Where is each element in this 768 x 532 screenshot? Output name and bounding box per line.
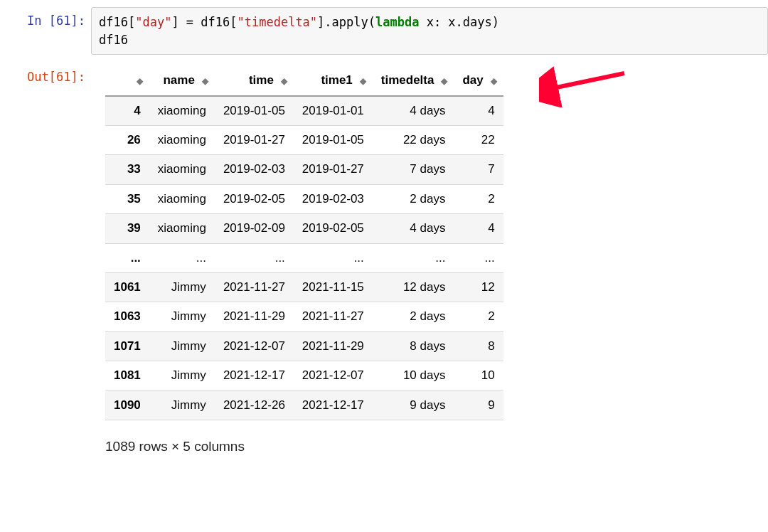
row-index: 33 <box>105 155 149 184</box>
table-row: 33xiaoming2019-02-032019-01-277 days7 <box>105 155 503 184</box>
cell: 12 days <box>373 273 454 302</box>
sort-icon[interactable]: ◆ <box>198 76 206 86</box>
column-header-time1[interactable]: time1◆ <box>294 66 373 95</box>
sort-icon[interactable]: ◆ <box>356 76 364 86</box>
cell: 4 <box>454 214 503 243</box>
cell: 2019-01-27 <box>294 155 373 184</box>
cell: 9 days <box>373 390 454 420</box>
notebook-container: In [61]: df16["day"] = df16["timedelta"]… <box>0 0 768 476</box>
code-token: "day" <box>135 15 171 29</box>
cell: 8 days <box>373 331 454 361</box>
row-index: 1081 <box>105 361 149 390</box>
column-label: timedelta <box>381 73 434 87</box>
cell: 8 <box>454 331 503 361</box>
cell: xiaoming <box>149 214 215 243</box>
cell: ... <box>294 243 373 272</box>
table-row: 39xiaoming2019-02-092019-02-054 days4 <box>105 214 503 243</box>
cell: ... <box>454 243 503 272</box>
sort-icon[interactable]: ◆ <box>132 76 141 86</box>
cell: 12 <box>454 273 503 302</box>
code-token: df16 <box>99 33 128 47</box>
cell: xiaoming <box>149 126 215 155</box>
cell: 22 days <box>373 126 454 155</box>
cell: 4 <box>454 96 503 126</box>
code-token: df16[ <box>99 15 135 29</box>
cell: 9 <box>454 390 503 420</box>
cell: 2021-12-07 <box>215 331 294 361</box>
column-label: day <box>462 73 483 87</box>
table-row: 35xiaoming2019-02-052019-02-032 days2 <box>105 184 503 213</box>
table-row: 26xiaoming2019-01-272019-01-0522 days22 <box>105 126 503 155</box>
column-header-time[interactable]: time◆ <box>215 66 294 95</box>
row-index: 1090 <box>105 390 149 420</box>
shape-summary: 1089 rows × 5 columns <box>105 439 768 454</box>
cell: 22 <box>454 126 503 155</box>
code-token: "timedelta" <box>238 15 318 29</box>
sort-icon[interactable]: ◆ <box>486 76 495 86</box>
cell: 2 <box>454 184 503 213</box>
header-row: ◆name◆time◆time1◆timedelta◆day◆ <box>105 66 503 95</box>
cell: 2019-02-03 <box>215 155 294 184</box>
cell: 2021-12-17 <box>294 390 373 420</box>
column-header-name[interactable]: name◆ <box>149 66 215 95</box>
cell: 2019-01-01 <box>294 96 373 126</box>
cell: Jimmy <box>149 390 215 420</box>
index-header[interactable]: ◆ <box>105 66 149 95</box>
prompt-in: In [61]: <box>0 7 91 30</box>
code-token: lambda <box>375 15 419 29</box>
cell: 2021-12-17 <box>215 361 294 390</box>
cell: 4 days <box>373 214 454 243</box>
output-area: ◆name◆time◆time1◆timedelta◆day◆ 4xiaomin… <box>91 63 768 454</box>
input-cell: In [61]: df16["day"] = df16["timedelta"]… <box>0 7 768 55</box>
table-row: 4xiaoming2019-01-052019-01-014 days4 <box>105 96 503 126</box>
sort-icon[interactable]: ◆ <box>437 76 445 86</box>
cell: 2021-11-29 <box>294 331 373 361</box>
column-header-timedelta[interactable]: timedelta◆ <box>373 66 454 95</box>
row-index: 4 <box>105 96 149 126</box>
cell: 2019-01-05 <box>215 96 294 126</box>
table-row: 1071Jimmy2021-12-072021-11-298 days8 <box>105 331 503 361</box>
cell: Jimmy <box>149 273 215 302</box>
column-label: time1 <box>321 73 352 87</box>
code-token: ] = df16[ <box>171 15 237 29</box>
code-token: x: x.days) <box>419 15 499 29</box>
cell: 10 <box>454 361 503 390</box>
svg-line-1 <box>550 73 624 89</box>
cell: 2021-11-15 <box>294 273 373 302</box>
table-row: 1081Jimmy2021-12-172021-12-0710 days10 <box>105 361 503 390</box>
dataframe-table: ◆name◆time◆time1◆timedelta◆day◆ 4xiaomin… <box>105 66 503 420</box>
row-index: 26 <box>105 126 149 155</box>
code-input[interactable]: df16["day"] = df16["timedelta"].apply(la… <box>91 7 768 55</box>
cell: 2019-01-27 <box>215 126 294 155</box>
cell: 2019-02-05 <box>294 214 373 243</box>
column-label: time <box>249 73 274 87</box>
cell: 2019-02-03 <box>294 184 373 213</box>
code-token: ].apply( <box>317 15 375 29</box>
annotation-arrow-icon <box>539 65 631 107</box>
cell: 2021-12-07 <box>294 361 373 390</box>
sort-icon[interactable]: ◆ <box>277 76 285 86</box>
table-body: 4xiaoming2019-01-052019-01-014 days426xi… <box>105 96 503 420</box>
column-label: name <box>163 73 194 87</box>
cell: 7 <box>454 155 503 184</box>
cell: 2021-11-27 <box>294 302 373 331</box>
cell: ... <box>373 243 454 272</box>
cell: 4 days <box>373 96 454 126</box>
cell: 2019-02-09 <box>215 214 294 243</box>
cell: Jimmy <box>149 331 215 361</box>
output-cell: Out[61]: ◆name◆time◆time1◆timedelta◆day◆… <box>0 63 768 454</box>
table-row: 1063Jimmy2021-11-292021-11-272 days2 <box>105 302 503 331</box>
cell: 2019-02-05 <box>215 184 294 213</box>
cell: 2021-11-29 <box>215 302 294 331</box>
cell: 10 days <box>373 361 454 390</box>
row-index: 1061 <box>105 273 149 302</box>
cell: 2 <box>454 302 503 331</box>
row-index: 39 <box>105 214 149 243</box>
cell: xiaoming <box>149 96 215 126</box>
column-header-day[interactable]: day◆ <box>454 66 503 95</box>
table-row: .................. <box>105 243 503 272</box>
cell: Jimmy <box>149 302 215 331</box>
row-index: 1063 <box>105 302 149 331</box>
cell: 2 days <box>373 302 454 331</box>
cell: 2021-11-27 <box>215 273 294 302</box>
